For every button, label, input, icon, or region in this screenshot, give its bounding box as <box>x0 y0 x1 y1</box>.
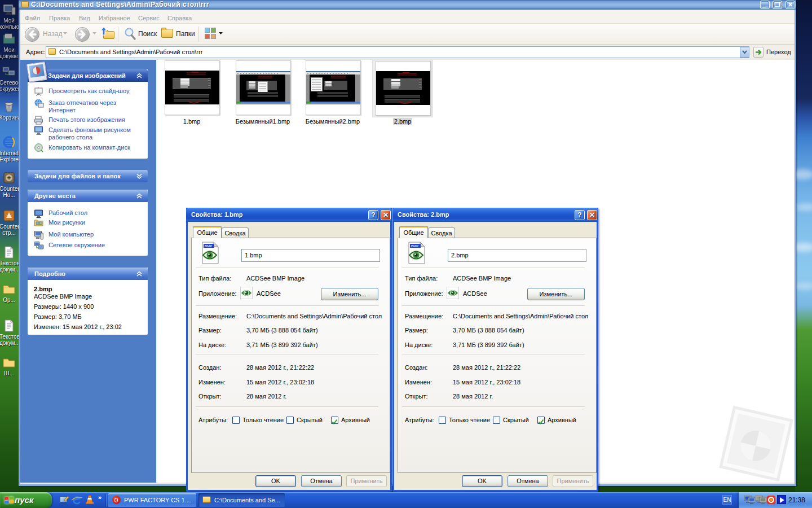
svg-text:BMP: BMP <box>411 244 418 248</box>
svg-text:BMP: BMP <box>205 244 212 248</box>
